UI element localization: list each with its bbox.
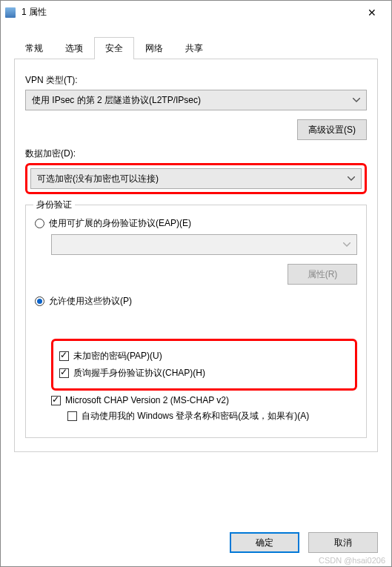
tab-options[interactable]: 选项 [54, 37, 94, 59]
advanced-settings-button[interactable]: 高级设置(S) [297, 119, 367, 140]
eap-radio-row[interactable]: 使用可扩展的身份验证协议(EAP)(E) [35, 217, 357, 230]
window-title: 1 属性 [21, 6, 357, 19]
allow-protocols-radio[interactable] [35, 296, 44, 306]
mschap-checkbox[interactable] [51, 396, 61, 405]
eap-radio[interactable] [35, 219, 44, 228]
pap-check-row[interactable]: 未加密的密码(PAP)(U) [59, 350, 349, 362]
titlebar: 1 属性 ✕ [1, 1, 391, 24]
cancel-button[interactable]: 取消 [308, 532, 378, 553]
tab-page-security: VPN 类型(T): 使用 IPsec 的第 2 层隧道协议(L2TP/IPse… [14, 59, 378, 452]
tab-security[interactable]: 安全 [94, 37, 134, 59]
mschap-auto-label: 自动使用我的 Windows 登录名称和密码(及域，如果有)(A) [82, 410, 309, 422]
vpn-type-label: VPN 类型(T): [25, 74, 367, 87]
tab-general[interactable]: 常规 [14, 37, 54, 59]
close-button[interactable]: ✕ [357, 1, 387, 24]
chap-label: 质询握手身份验证协议(CHAP)(H) [73, 367, 205, 379]
encryption-label: 数据加密(D): [25, 147, 367, 160]
eap-properties-button: 属性(R) [288, 264, 357, 285]
eap-radio-label: 使用可扩展的身份验证协议(EAP)(E) [49, 217, 191, 230]
ok-button[interactable]: 确定 [230, 532, 299, 553]
app-icon [5, 7, 16, 18]
pap-checkbox[interactable] [59, 351, 69, 361]
annotation-highlight-pap-chap: 未加密的密码(PAP)(U) 质询握手身份验证协议(CHAP)(H) [51, 339, 357, 391]
watermark: CSDN @hsai0206 [319, 556, 385, 565]
encryption-combo[interactable]: 可选加密(没有加密也可以连接) [30, 168, 362, 189]
allow-protocols-radio-row[interactable]: 允许使用这些协议(P) [35, 295, 357, 308]
auth-group: 身份验证 使用可扩展的身份验证协议(EAP)(E) 属性(R) [25, 205, 367, 438]
client-area: 常规 选项 安全 网络 共享 VPN 类型(T): 使用 IPsec 的第 2 … [1, 24, 391, 452]
chevron-down-icon [348, 176, 355, 181]
mschap-auto-checkbox[interactable] [67, 411, 77, 421]
allow-protocols-label: 允许使用这些协议(P) [49, 295, 132, 308]
vpn-type-value: 使用 IPsec 的第 2 层隧道协议(L2TP/IPsec) [32, 94, 201, 107]
properties-dialog: 1 属性 ✕ 常规 选项 安全 网络 共享 VPN 类型(T): 使用 IPse… [0, 0, 392, 567]
eap-method-combo [51, 234, 357, 255]
vpn-type-combo[interactable]: 使用 IPsec 的第 2 层隧道协议(L2TP/IPsec) [25, 90, 367, 110]
dialog-buttons: 确定 取消 [230, 532, 378, 553]
chap-check-row[interactable]: 质询握手身份验证协议(CHAP)(H) [59, 367, 349, 379]
annotation-highlight-encryption: 可选加密(没有加密也可以连接) [25, 163, 367, 194]
chap-checkbox[interactable] [59, 368, 69, 378]
tabstrip: 常规 选项 安全 网络 共享 [14, 36, 378, 59]
mschap-label: Microsoft CHAP Version 2 (MS-CHAP v2) [65, 395, 229, 405]
encryption-value: 可选加密(没有加密也可以连接) [37, 173, 159, 185]
chevron-down-icon [353, 98, 360, 102]
chevron-down-icon [343, 242, 351, 247]
mschap-auto-row[interactable]: 自动使用我的 Windows 登录名称和密码(及域，如果有)(A) [67, 410, 357, 422]
mschap-check-row[interactable]: Microsoft CHAP Version 2 (MS-CHAP v2) [51, 395, 357, 405]
pap-label: 未加密的密码(PAP)(U) [73, 350, 162, 362]
tab-network[interactable]: 网络 [134, 37, 174, 59]
tab-sharing[interactable]: 共享 [174, 37, 214, 59]
auth-group-title: 身份验证 [33, 199, 75, 211]
